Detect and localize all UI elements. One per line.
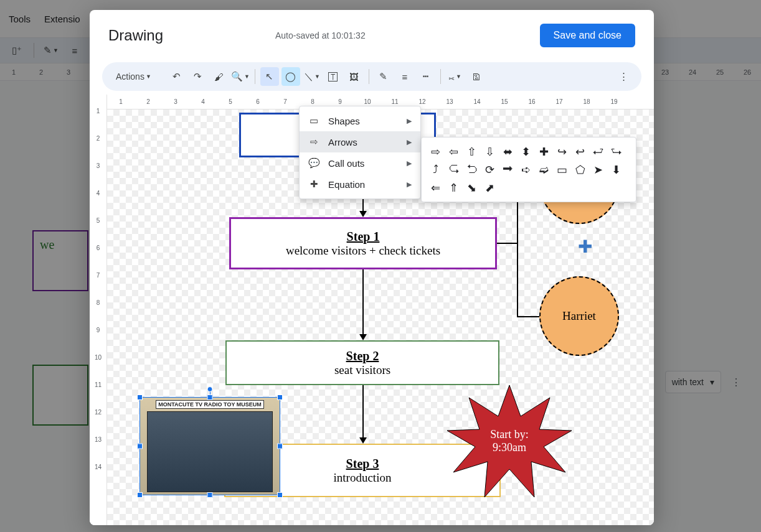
step1-heading: Step 1 [347, 230, 380, 244]
arrow-shape-option[interactable]: ⇦ [446, 144, 461, 159]
menu-shapes[interactable]: ▭ Shapes ▶ [300, 110, 420, 131]
shape-tool-icon[interactable]: ◯ [281, 67, 300, 86]
arrow-shape-option[interactable]: ⇨ [428, 144, 443, 159]
arrow-shape-option[interactable]: ➪ [518, 162, 534, 177]
resize-handle-nw[interactable] [137, 394, 143, 400]
arrow-shape-option[interactable]: ⬊ [464, 180, 480, 195]
border-color-icon[interactable]: ✎ [374, 67, 393, 86]
line-tool-icon[interactable]: ＼▼ [303, 67, 321, 86]
arrow-shape-option[interactable]: ⮎ [446, 162, 461, 177]
connector-right-h[interactable] [497, 243, 518, 244]
arrow-shape-option[interactable]: ⇧ [464, 144, 480, 159]
arrow-shape-option[interactable]: ⮌ [464, 162, 480, 177]
step2-heading: Step 2 [346, 349, 379, 363]
menu-callouts[interactable]: 💬 Call outs ▶ [300, 152, 420, 174]
arrow-shape-option[interactable]: ⇐ [428, 180, 443, 195]
menu-equation[interactable]: ✚ Equation ▶ [300, 174, 420, 195]
submenu-arrow-icon: ▶ [407, 159, 412, 167]
border-dash-icon[interactable]: ┅ [417, 67, 435, 86]
arrow-shape-option[interactable]: ⮕ [500, 162, 516, 177]
arrow-shape-option[interactable]: ↪ [554, 144, 570, 159]
submenu-arrow-icon: ▶ [407, 138, 412, 146]
circle-harriet-label: Harriet [562, 309, 596, 323]
select-tool-icon[interactable]: ↖ [260, 67, 279, 86]
shape-step-2[interactable]: Step 2 seat visitors [225, 340, 499, 385]
shapes-icon: ▭ [308, 115, 319, 126]
submenu-arrow-icon: ▶ [407, 180, 412, 189]
connector-arrow-2[interactable] [362, 269, 364, 337]
more-icon[interactable]: ⋮ [614, 67, 633, 86]
shape-step-1[interactable]: Step 1 welcome visitors + check tickets [229, 217, 497, 269]
callouts-icon: 💬 [308, 157, 319, 169]
resize-handle-sw[interactable] [137, 492, 143, 498]
step1-text: welcome visitors + check tickets [286, 244, 440, 258]
star-line1: Start by: [490, 428, 529, 441]
image-icon[interactable]: 🖼 [345, 67, 364, 86]
arrows-icon: ⇨ [308, 136, 319, 147]
arrow-shape-option[interactable]: ⬇ [608, 162, 624, 177]
shape-dropdown-menu: ▭ Shapes ▶ ⇨ Arrows ▶ 💬 Call outs ▶ ✚ Eq… [299, 106, 421, 199]
resize-handle-w[interactable] [137, 444, 143, 449]
dialog-title: Drawing [108, 27, 163, 44]
shape-starburst[interactable]: Start by: 9:30am [447, 382, 572, 500]
border-weight-icon[interactable]: ≡ [395, 67, 414, 86]
step3-text: introduction [334, 471, 392, 485]
paint-format-icon[interactable]: 🖌 [210, 67, 229, 86]
arrow-shape-option[interactable]: ⟳ [482, 162, 498, 177]
arrow-shape-option[interactable]: ⬌ [500, 144, 516, 159]
image-placeholder: MONTACUTE TV RADIO TOY MUSEUM [140, 398, 280, 495]
drawing-dialog: Drawing Auto-saved at 10:01:32 Save and … [90, 10, 654, 525]
star-line2: 9:30am [493, 441, 526, 454]
connector-arrow-3[interactable] [362, 385, 364, 440]
zoom-icon[interactable]: 🔍▼ [231, 67, 250, 86]
shape-circle-harriet[interactable]: Harriet [539, 276, 619, 356]
undo-icon[interactable]: ↶ [168, 67, 186, 86]
connector-to-circle2[interactable] [517, 316, 542, 317]
step3-heading: Step 3 [346, 457, 379, 471]
arrow-shape-option[interactable]: ⬈ [482, 180, 498, 195]
actions-menu[interactable]: Actions▼ [111, 67, 156, 86]
selected-image[interactable]: MONTACUTE TV RADIO TOY MUSEUM [139, 397, 280, 495]
arrow-shape-option[interactable]: ▭ [554, 162, 570, 177]
plus-connector-icon[interactable]: ✚ [578, 236, 592, 257]
arrow-shape-option[interactable]: ⤴ [428, 162, 443, 177]
image-caption: MONTACUTE TV RADIO TOY MUSEUM [156, 400, 264, 409]
step2-text: seat visitors [334, 363, 390, 377]
resize-handle-n[interactable] [207, 394, 213, 400]
arrow-shape-option[interactable]: ⬍ [518, 144, 534, 159]
drawing-toolbar: Actions▼ ↶ ↷ 🖌 🔍▼ ↖ ◯ ＼▼ 🅃 🖼 ✎ ≡ ┅ ⟖▼ 🖻 … [102, 62, 641, 91]
arrow-shape-option[interactable]: ➫ [536, 162, 552, 177]
arrow-shape-option[interactable]: ⮐ [590, 144, 606, 159]
textbox-icon[interactable]: 🅃 [324, 67, 343, 86]
arrows-submenu: ⇨ ⇦ ⇧ ⇩ ⬌ ⬍ ✚ ↪ ↩ ⮐ ⮑ ⤴ ⮎ ⮌ ⟳ ⮕ ➪ ➫ ▭ ⬠ … [421, 137, 636, 202]
arrow-shape-option[interactable]: ⇩ [482, 144, 498, 159]
resize-handle-ne[interactable] [277, 394, 283, 400]
arrow-shape-option[interactable]: ⮑ [608, 144, 624, 159]
redo-icon[interactable]: ↷ [189, 67, 207, 86]
rotate-handle[interactable] [207, 386, 213, 392]
arrow-shape-option[interactable]: ➤ [590, 162, 606, 177]
arrow-shape-option[interactable]: ✚ [536, 144, 552, 159]
arrow-shape-option[interactable]: ⇑ [446, 180, 461, 195]
resize-handle-se[interactable] [277, 492, 283, 498]
arrow-shape-option[interactable]: ↩ [572, 144, 588, 159]
dialog-header: Drawing Auto-saved at 10:01:32 Save and … [90, 10, 654, 54]
ruler-vertical: 123 456 789 101112 1314 [90, 95, 107, 525]
resize-handle-e[interactable] [277, 444, 283, 449]
save-and-close-button[interactable]: Save and close [540, 24, 635, 47]
resize-handle-s[interactable] [207, 492, 213, 498]
arrow-shape-option[interactable]: ⬠ [572, 162, 588, 177]
submenu-arrow-icon: ▶ [407, 117, 412, 125]
reset-image-icon[interactable]: 🖻 [467, 67, 486, 86]
autosave-status: Auto-saved at 10:01:32 [275, 30, 366, 40]
equation-icon: ✚ [308, 179, 319, 190]
menu-arrows[interactable]: ⇨ Arrows ▶ [300, 131, 420, 152]
crop-icon[interactable]: ⟖▼ [446, 67, 465, 86]
